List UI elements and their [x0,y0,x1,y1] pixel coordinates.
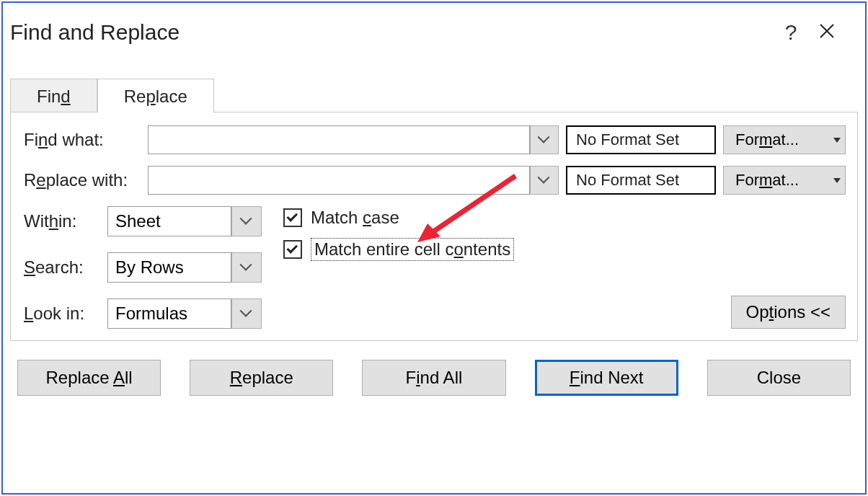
replace-format-status: No Format Set [566,166,716,195]
replace-panel: Find what: No Format Set Format... Repla… [10,112,858,341]
checkbox-icon [283,240,302,259]
match-entire-checkbox[interactable]: Match entire cell contents [283,238,514,261]
replace-button[interactable]: Replace [190,360,333,396]
checkbox-icon [283,208,302,227]
close-button[interactable]: Close [707,360,851,396]
within-select[interactable] [107,206,231,236]
replace-with-label: Replace with: [24,170,141,190]
find-what-dropdown[interactable] [530,125,559,154]
tab-find[interactable]: Find [10,79,97,112]
help-button[interactable]: ? [773,20,809,45]
lookin-label: Look in: [24,304,102,324]
titlebar: Find and Replace ? [3,3,865,50]
lookin-row: Look in: [24,298,262,329]
find-next-button[interactable]: Find Next [535,360,678,396]
find-what-input[interactable] [148,125,530,154]
replace-with-dropdown[interactable] [530,166,559,195]
dialog-title: Find and Replace [10,20,773,45]
find-replace-dialog: Find and Replace ? Find Replace Find wha… [1,1,867,495]
lookin-dropdown[interactable] [231,298,262,329]
options-grid: Within: Search: [24,206,846,329]
search-select[interactable] [107,252,231,283]
search-row: Search: [24,252,262,283]
within-combo [107,206,262,236]
replace-with-row: Replace with: No Format Set Format... [24,166,846,195]
within-row: Within: [24,206,262,236]
search-label: Search: [24,257,102,278]
tab-replace[interactable]: Replace [97,79,214,112]
chevron-down-icon [539,175,549,185]
triangle-down-icon [833,138,841,143]
find-format-status: No Format Set [566,125,716,154]
tab-strip: Find Replace [3,78,865,112]
close-icon[interactable] [809,20,845,45]
lookin-combo [107,298,262,329]
lookin-select[interactable] [107,298,231,329]
find-what-label: Find what: [24,130,141,150]
replace-format-button[interactable]: Format... [723,166,846,195]
checks-col: Match case Match entire cell contents [283,206,514,329]
chevron-down-icon [539,135,549,145]
options-left-col: Within: Search: [24,206,262,329]
find-all-button[interactable]: Find All [362,360,505,396]
options-toggle-button[interactable]: Options << [731,296,846,329]
chevron-down-icon [242,309,252,319]
search-combo [107,252,262,283]
triangle-down-icon [833,178,841,183]
within-dropdown[interactable] [231,206,262,236]
find-what-combo [148,125,559,154]
replace-all-button[interactable]: Replace All [17,360,161,396]
find-format-button[interactable]: Format... [723,125,846,154]
match-case-checkbox[interactable]: Match case [283,208,514,228]
search-dropdown[interactable] [231,252,262,283]
chevron-down-icon [242,216,252,226]
find-what-row: Find what: No Format Set Format... [24,125,846,154]
replace-with-input[interactable] [148,166,530,195]
within-label: Within: [24,211,102,231]
chevron-down-icon [242,262,252,273]
replace-with-combo [148,166,559,195]
dialog-buttons: Replace All Replace Find All Find Next C… [3,341,865,396]
